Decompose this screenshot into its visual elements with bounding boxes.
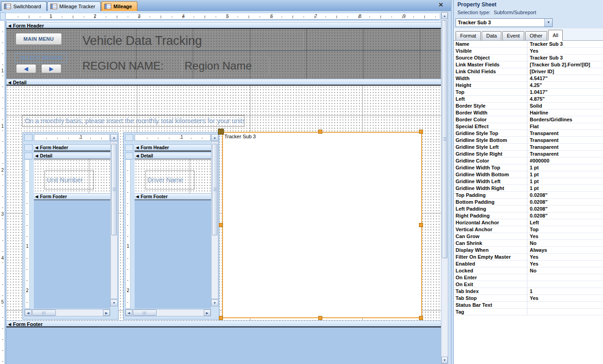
scroll-up-icon[interactable]: ▲ — [211, 134, 218, 141]
subform-detail-grid[interactable]: Unit Number — [34, 159, 110, 193]
property-value[interactable]: [Driver ID] — [527, 68, 603, 75]
property-tab-all[interactable]: All — [548, 30, 563, 41]
section-selector-box[interactable] — [125, 144, 133, 151]
property-value[interactable]: #000000 — [527, 158, 603, 164]
subform-detail-grid[interactable]: Driver Name — [135, 159, 211, 193]
region-name-textbox[interactable]: Region Name — [182, 57, 269, 75]
property-value[interactable]: 1 pt — [527, 178, 603, 185]
property-value[interactable]: 0.0208" — [527, 212, 603, 219]
property-value[interactable]: Yes — [527, 48, 603, 54]
main-menu-button[interactable]: MAIN MENU — [16, 33, 62, 45]
canvas-v-scrollbar[interactable]: ▲ ▼ — [441, 11, 448, 364]
scroll-right-icon[interactable]: ▶ — [103, 310, 110, 316]
tab-switchboard[interactable]: Switchboard — [1, 1, 47, 11]
property-value[interactable]: 1 pt — [527, 171, 603, 178]
property-value[interactable]: Yes — [527, 254, 603, 260]
property-value[interactable]: 0.0208" — [527, 192, 603, 198]
property-value[interactable]: 4.875" — [527, 96, 603, 102]
scrollbar-thumb[interactable] — [32, 310, 56, 316]
subform-footer-area[interactable] — [135, 200, 211, 309]
property-value[interactable]: 0.0208" — [527, 199, 603, 205]
property-value[interactable]: No — [527, 240, 603, 246]
property-value[interactable]: Tracker Sub 3 — [527, 54, 603, 61]
h-scrollbar[interactable]: ◀ ▶ — [125, 309, 211, 316]
section-selector-box[interactable] — [24, 144, 33, 151]
subform-selector-box[interactable] — [24, 134, 33, 141]
section-selector-box[interactable] — [24, 152, 33, 159]
scrollbar-thumb[interactable] — [133, 310, 157, 316]
form-footer-section-bar[interactable]: ◀Form Footer — [6, 321, 441, 327]
detail-section-bar[interactable]: ◀Detail — [6, 79, 441, 86]
selection-handle[interactable] — [318, 130, 322, 134]
subform-footer-area[interactable] — [34, 200, 110, 309]
selection-handle[interactable] — [219, 223, 223, 227]
property-tab-data[interactable]: Data — [482, 31, 501, 40]
select-region-label[interactable]: SELECT REGION — [15, 53, 67, 63]
subform-footer-bar[interactable]: ◀Form Footer — [34, 193, 110, 201]
subform-detail-bar[interactable]: ◀Detail — [135, 152, 211, 160]
property-value[interactable]: Always — [527, 247, 603, 253]
property-value[interactable]: 0.0208" — [527, 206, 603, 212]
region-name-label[interactable]: REGION NAME: — [81, 57, 182, 75]
v-ruler[interactable]: 112345 — [0, 21, 5, 364]
property-value[interactable]: Top — [527, 226, 603, 233]
subform-v-ruler[interactable]: 12 — [25, 159, 30, 309]
subform-h-ruler[interactable]: 1 — [135, 134, 211, 141]
property-value[interactable] — [527, 309, 603, 315]
property-value[interactable]: 1 pt — [527, 185, 603, 191]
property-tab-format[interactable]: Format — [456, 31, 481, 40]
property-value[interactable]: No — [527, 267, 603, 274]
property-value[interactable]: Transparent — [527, 151, 603, 157]
property-value[interactable]: Hairline — [527, 109, 603, 116]
h-ruler[interactable]: 123456789 — [6, 12, 440, 20]
unit-number-textbox[interactable]: Unit Number — [44, 170, 94, 190]
property-value[interactable]: Transparent — [527, 144, 603, 150]
property-tab-event[interactable]: Event — [502, 31, 524, 40]
scrollbar-thumb[interactable] — [111, 144, 117, 235]
property-value[interactable]: Borders/Gridlines — [527, 116, 603, 123]
subform-header-bar[interactable]: ◀Form Header — [135, 144, 211, 152]
property-value[interactable]: 4.25" — [527, 82, 603, 88]
property-value[interactable]: Solid — [527, 103, 603, 109]
property-value[interactable] — [527, 274, 603, 281]
detail-grid[interactable]: On a monthly basis, please insert the mo… — [6, 86, 441, 321]
section-selector-box[interactable] — [125, 152, 133, 159]
selection-handle[interactable] — [419, 223, 423, 227]
tracker-sub-3-subform[interactable]: Tracker Sub 3 — [222, 132, 422, 318]
scrollbar-thumb[interactable] — [442, 20, 447, 258]
property-value[interactable]: Transparent — [527, 137, 603, 143]
scroll-left-icon[interactable]: ◀ — [125, 310, 132, 316]
subform-h-ruler[interactable]: 1 — [34, 134, 110, 141]
scroll-right-icon[interactable]: ▶ — [204, 310, 211, 316]
subform-header-bar[interactable]: ◀Form Header — [34, 144, 110, 152]
instruction-label[interactable]: On a monthly basis, please insert the mo… — [22, 115, 244, 127]
property-value[interactable]: Left — [527, 219, 603, 226]
scroll-down-icon[interactable]: ▼ — [211, 299, 218, 306]
v-scrollbar[interactable] — [110, 141, 118, 299]
selection-handle[interactable] — [318, 316, 322, 320]
scroll-down-icon[interactable]: ▼ — [441, 357, 448, 364]
scrollbar-thumb[interactable] — [212, 144, 217, 235]
tab-mileage[interactable]: Mileage — [101, 1, 137, 11]
subform-unit-number[interactable]: 1 ▲ ◀Form Header ◀Detail Unit Number ◀Fo… — [22, 132, 119, 320]
h-scrollbar[interactable]: ◀ ▶ — [24, 309, 110, 316]
selection-handle[interactable] — [419, 130, 423, 134]
object-selector-combobox[interactable]: Tracker Sub 3 ▼ — [456, 18, 553, 27]
property-value[interactable]: [Tracker Sub 2].Form![ID] — [527, 61, 603, 68]
ruler-corner-box[interactable] — [0, 12, 5, 20]
property-value[interactable]: Tracker Sub 3 — [527, 41, 603, 47]
selection-handle[interactable] — [419, 316, 423, 320]
property-tab-other[interactable]: Other — [525, 31, 547, 40]
property-value[interactable]: Yes — [527, 233, 603, 239]
subform-driver-name[interactable]: 1 ▲ ◀Form Header ◀Detail Driver Name ◀Fo… — [123, 132, 219, 320]
scroll-down-icon[interactable]: ▼ — [110, 299, 118, 306]
form-title-label[interactable]: Vehicle Data Tracking — [81, 32, 304, 49]
property-value[interactable]: Yes — [527, 295, 603, 301]
property-value[interactable]: 1 — [527, 288, 603, 294]
property-value[interactable]: Flat — [527, 123, 603, 130]
property-value[interactable]: Transparent — [527, 130, 603, 136]
form-header-grid[interactable]: MAIN MENU Vehicle Data Tracking SELECT R… — [6, 29, 441, 79]
form-header-section-bar[interactable]: ◀Form Header — [6, 22, 441, 29]
tab-mileage-tracker[interactable]: Mileage Tracker — [47, 1, 101, 11]
subform-footer-bar[interactable]: ◀Form Footer — [135, 193, 211, 201]
